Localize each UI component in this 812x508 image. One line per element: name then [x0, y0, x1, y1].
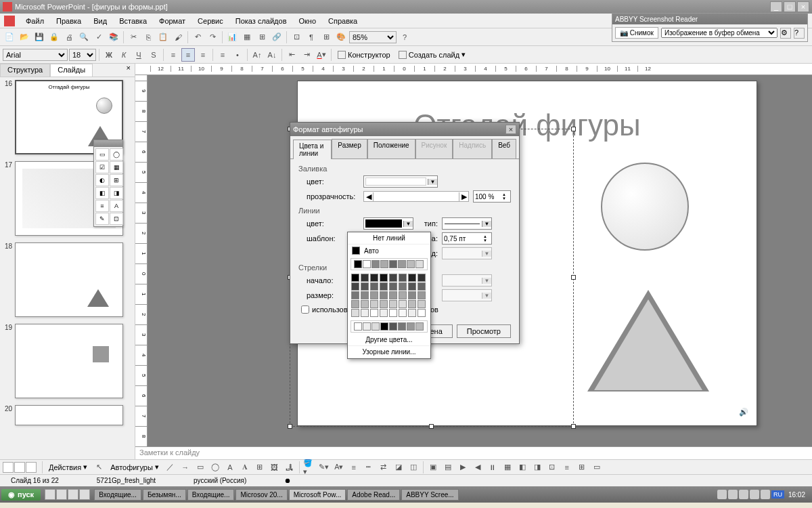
shape-circle[interactable]: [601, 163, 689, 251]
font-color-icon[interactable]: A▾: [315, 48, 328, 62]
grid-icon[interactable]: ⊞: [319, 30, 333, 44]
view-sorter-icon[interactable]: [14, 462, 25, 473]
new-icon[interactable]: 📄: [3, 30, 16, 44]
increase-indent-icon[interactable]: ⇥: [300, 48, 313, 62]
cp-recent-1[interactable]: [354, 260, 362, 268]
thumb-19[interactable]: 19: [3, 324, 132, 398]
menu-help[interactable]: Справка: [323, 16, 363, 26]
task-1[interactable]: Входящие...: [94, 489, 141, 501]
mt-9[interactable]: ≡: [95, 200, 109, 212]
mt-7[interactable]: ◧: [95, 187, 109, 199]
hyperlink-icon[interactable]: 🔗: [270, 30, 284, 44]
line-type-combo[interactable]: ▼: [442, 217, 492, 230]
cp-recent-7[interactable]: [407, 260, 415, 268]
misc-10-icon[interactable]: ≡: [560, 461, 574, 474]
color-icon[interactable]: 🎨: [334, 30, 348, 44]
menu-edit[interactable]: Правка: [51, 16, 87, 26]
cp-auto[interactable]: Авто: [348, 245, 430, 257]
show-format-icon[interactable]: ¶: [304, 30, 318, 44]
misc-1-icon[interactable]: ▣: [426, 461, 440, 474]
mt-6[interactable]: ⊞: [110, 174, 123, 186]
abbyy-toolbar[interactable]: ABBYY Screenshot Reader 📷 Снимок Изображ…: [612, 13, 808, 42]
diagram-icon[interactable]: ⊞: [253, 461, 267, 474]
cp-more-colors[interactable]: Другие цвета...: [348, 334, 430, 346]
bold-icon[interactable]: Ж: [102, 48, 116, 62]
mt-5[interactable]: ◐: [95, 174, 109, 186]
start-button[interactable]: ◉ пуск: [1, 489, 41, 501]
line-icon[interactable]: ／: [164, 461, 177, 474]
clipart-icon[interactable]: 🖼: [268, 461, 281, 474]
paste-icon[interactable]: 📋: [156, 30, 170, 44]
tray-5[interactable]: [761, 490, 770, 499]
underline-icon[interactable]: Ч: [132, 48, 145, 62]
select-icon[interactable]: ↖: [92, 461, 106, 474]
task-7[interactable]: ABBYY Scree...: [401, 489, 458, 501]
misc-3-icon[interactable]: ▶: [456, 461, 470, 474]
fill-color-icon[interactable]: 🪣▾: [302, 461, 316, 474]
undo-icon[interactable]: ↶: [191, 30, 204, 44]
cp-no-line[interactable]: Нет линий: [348, 232, 430, 245]
rectangle-icon[interactable]: ▭: [194, 461, 207, 474]
line-weight-spin[interactable]: 0,75 пт▲▼: [442, 232, 492, 245]
mt-10[interactable]: A: [110, 200, 123, 212]
view-slideshow-icon[interactable]: [26, 462, 37, 473]
line-dash-combo[interactable]: ▼: [442, 247, 492, 259]
minimize-button[interactable]: _: [770, 1, 782, 12]
misc-9-icon[interactable]: ⊡: [545, 461, 559, 474]
task-3[interactable]: Входящие...: [187, 489, 235, 501]
tray-1[interactable]: [717, 490, 727, 499]
tab-colors-lines[interactable]: Цвета и линии: [293, 140, 332, 159]
misc-2-icon[interactable]: ▤: [441, 461, 455, 474]
maximize-button[interactable]: □: [784, 1, 796, 12]
mt-11[interactable]: ✎: [95, 213, 109, 225]
menu-slideshow[interactable]: Показ слайдов: [230, 16, 292, 26]
thumb-18[interactable]: 18: [3, 242, 132, 317]
tables-borders-icon[interactable]: ⊞: [255, 30, 269, 44]
copy-icon[interactable]: ⎘: [141, 30, 155, 44]
menu-file[interactable]: Файл: [20, 16, 49, 26]
task-6[interactable]: Adobe Read...: [347, 489, 400, 501]
misc-7-icon[interactable]: ◧: [516, 461, 529, 474]
cp-pattern-lines[interactable]: Узорные линии...: [348, 346, 430, 358]
thumbnails[interactable]: 16 Отгадай фигуры 17 18 19 20: [0, 77, 135, 459]
picture-icon[interactable]: 🏞: [283, 461, 296, 474]
wordart-icon[interactable]: 𝐀: [238, 461, 252, 474]
numbering-icon[interactable]: ≡: [216, 48, 229, 62]
line-style-icon[interactable]: ≡: [347, 461, 361, 474]
abbyy-snapshot-button[interactable]: 📷 Снимок: [615, 27, 658, 39]
align-center-icon[interactable]: ≡: [181, 48, 195, 62]
thumb-20[interactable]: 20: [3, 405, 132, 425]
shape-triangle[interactable]: [587, 290, 709, 391]
oval-icon[interactable]: ◯: [208, 461, 222, 474]
color-picker-dropdown[interactable]: Нет линий Авто Другие цвета... Узорные л…: [347, 232, 431, 359]
menu-view[interactable]: Вид: [88, 16, 112, 26]
draw-actions-menu[interactable]: Действия▾: [45, 461, 91, 474]
menu-window[interactable]: Окно: [294, 16, 322, 26]
decrease-font-icon[interactable]: A↓: [265, 48, 279, 62]
misc-11-icon[interactable]: ⊞: [575, 461, 589, 474]
dash-style-icon[interactable]: ┅: [362, 461, 376, 474]
line-color-combo[interactable]: ▼: [363, 217, 413, 230]
tab-size[interactable]: Размер: [332, 139, 367, 158]
abbyy-settings-icon[interactable]: ⚙: [780, 28, 791, 39]
align-left-icon[interactable]: ≡: [166, 48, 180, 62]
mt-3[interactable]: ☑: [95, 161, 109, 173]
expand-icon[interactable]: ⊡: [290, 30, 303, 44]
mt-1[interactable]: ▭: [95, 148, 109, 161]
bullets-icon[interactable]: •: [231, 48, 244, 62]
task-4[interactable]: Microsov 20...: [235, 489, 287, 501]
cp-recent-4[interactable]: [380, 260, 388, 268]
cp-recent-5[interactable]: [389, 260, 397, 268]
panel-close-icon[interactable]: ×: [122, 64, 135, 77]
tab-slides[interactable]: Слайды: [50, 64, 93, 77]
arrow-style-icon[interactable]: ⇄: [377, 461, 390, 474]
print-icon[interactable]: 🖨: [62, 30, 76, 44]
research-icon[interactable]: 📚: [107, 30, 120, 44]
view-normal-icon[interactable]: [3, 462, 14, 473]
tray-2[interactable]: [728, 490, 738, 499]
tray-3[interactable]: [739, 490, 748, 499]
ql-3[interactable]: [68, 489, 78, 500]
cp-recent-6[interactable]: [398, 260, 406, 268]
permission-icon[interactable]: 🔒: [47, 30, 61, 44]
fill-color-combo[interactable]: ▼: [363, 175, 438, 188]
